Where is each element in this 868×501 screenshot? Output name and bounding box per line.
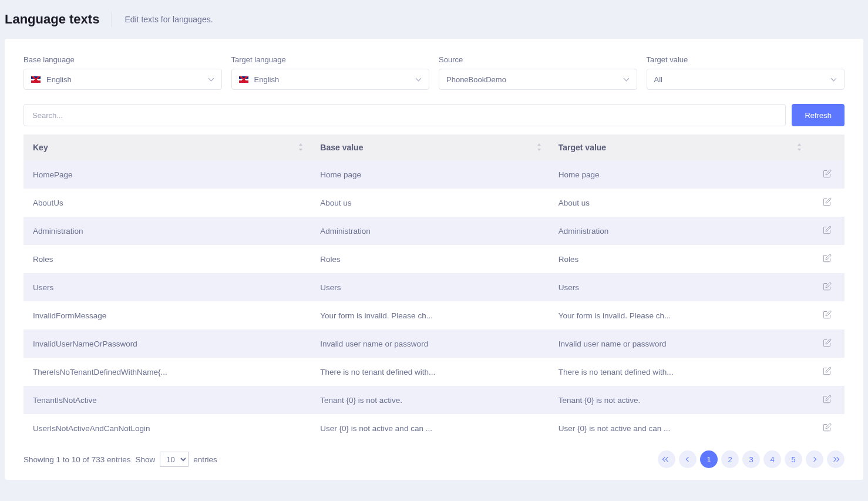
table-row: HomePageHome pageHome page [23,160,845,189]
page-last-button[interactable] [827,450,845,468]
edit-icon[interactable] [823,310,832,319]
chevron-down-icon [624,76,630,82]
table-row: InvalidUserNameOrPasswordInvalid user na… [23,329,845,358]
select-value: All [654,75,832,84]
cell-action [809,329,845,358]
cell-action [809,245,845,273]
cell-key: AboutUs [23,189,311,217]
page-number-button[interactable]: 2 [721,450,739,468]
table-row: AboutUsAbout usAbout us [23,189,845,217]
cell-key: TenantIsNotActive [23,386,311,414]
table-footer: Showing 1 to 10 of 733 entries Show 10 e… [23,442,845,468]
search-input[interactable] [23,104,786,126]
page-first-button[interactable] [658,450,675,468]
cell-base: Users [311,273,549,301]
cell-base: Tenant {0} is not active. [311,386,549,414]
chevron-right-icon [812,457,817,462]
page-number-button[interactable]: 3 [742,450,760,468]
texts-table: Key Base value Target value HomePageHome… [23,135,845,442]
cell-target: Administration [549,217,809,245]
filter-source: Source PhoneBookDemo [439,55,637,90]
entries-info: Showing 1 to 10 of 733 entries [23,455,130,464]
filter-label: Target language [231,55,430,64]
table-row: UserIsNotActiveAndCanNotLoginUser {0} is… [23,414,845,442]
cell-action [809,160,845,189]
page-next-button[interactable] [806,450,823,468]
search-row: Refresh [23,104,845,126]
cell-target: Home page [549,160,809,189]
col-target-value[interactable]: Target value [549,135,809,160]
page-number-button[interactable]: 5 [785,450,802,468]
filter-label: Source [439,55,637,64]
filter-label: Target value [647,55,845,64]
show-label: Show [135,455,155,464]
cell-key: HomePage [23,160,311,189]
table-row: ThereIsNoTenantDefinedWithName{...There … [23,358,845,386]
edit-icon[interactable] [823,282,832,291]
table-row: RolesRolesRoles [23,245,845,273]
target-value-select[interactable]: All [647,69,845,90]
edit-icon[interactable] [823,395,832,404]
chevron-double-right-icon [832,457,839,462]
page-header: Language texts Edit texts for languages. [5,5,863,39]
cell-target: Your form is invalid. Please ch... [549,301,809,329]
footer-info: Showing 1 to 10 of 733 entries Show 10 e… [23,452,217,467]
page-title: Language texts [5,12,112,27]
cell-target: There is no tenant defined with... [549,358,809,386]
refresh-button[interactable]: Refresh [792,104,845,126]
entries-label: entries [193,455,217,464]
filter-target-value: Target value All [647,55,845,90]
cell-action [809,301,845,329]
table-row: TenantIsNotActiveTenant {0} is not activ… [23,386,845,414]
page-subtitle: Edit texts for languages. [125,15,213,24]
edit-icon[interactable] [823,338,832,347]
cell-target: Roles [549,245,809,273]
edit-icon[interactable] [823,254,832,263]
target-language-select[interactable]: English [231,69,430,90]
cell-base: Roles [311,245,549,273]
cell-base: There is no tenant defined with... [311,358,549,386]
cell-base: Home page [311,160,549,189]
cell-key: Users [23,273,311,301]
edit-icon[interactable] [823,226,832,234]
source-select[interactable]: PhoneBookDemo [439,69,637,90]
select-value: English [254,75,416,84]
cell-base: User {0} is not active and can ... [311,414,549,442]
chevron-left-icon [685,457,690,462]
filter-label: Base language [23,55,222,64]
cell-key: InvalidUserNameOrPassword [23,329,311,358]
cell-action [809,273,845,301]
col-key[interactable]: Key [23,135,311,160]
edit-icon[interactable] [823,366,832,375]
page-prev-button[interactable] [679,450,697,468]
pagination: 12345 [658,450,845,468]
cell-target: Tenant {0} is not active. [549,386,809,414]
table-row: AdministrationAdministrationAdministrati… [23,217,845,245]
chevron-down-icon [831,76,837,82]
content-card: Base language English Target language En… [5,39,863,480]
cell-target: User {0} is not active and can ... [549,414,809,442]
cell-action [809,358,845,386]
flag-uk-icon [239,76,248,83]
edit-icon[interactable] [823,169,832,178]
page-number-button[interactable]: 4 [763,450,781,468]
col-base-value[interactable]: Base value [311,135,549,160]
cell-action [809,414,845,442]
cell-action [809,386,845,414]
cell-target: Users [549,273,809,301]
cell-key: Administration [23,217,311,245]
cell-base: Administration [311,217,549,245]
flag-uk-icon [31,76,41,83]
base-language-select[interactable]: English [23,69,222,90]
cell-action [809,189,845,217]
page-length-select[interactable]: 10 [160,452,189,467]
table-row: UsersUsersUsers [23,273,845,301]
select-value: English [46,75,208,84]
edit-icon[interactable] [823,423,832,432]
cell-base: Your form is invalid. Please ch... [311,301,549,329]
chevron-double-left-icon [663,457,670,462]
edit-icon[interactable] [823,197,832,206]
filter-target-language: Target language English [231,55,430,90]
cell-target: Invalid user name or password [549,329,809,358]
page-number-button[interactable]: 1 [700,450,718,468]
